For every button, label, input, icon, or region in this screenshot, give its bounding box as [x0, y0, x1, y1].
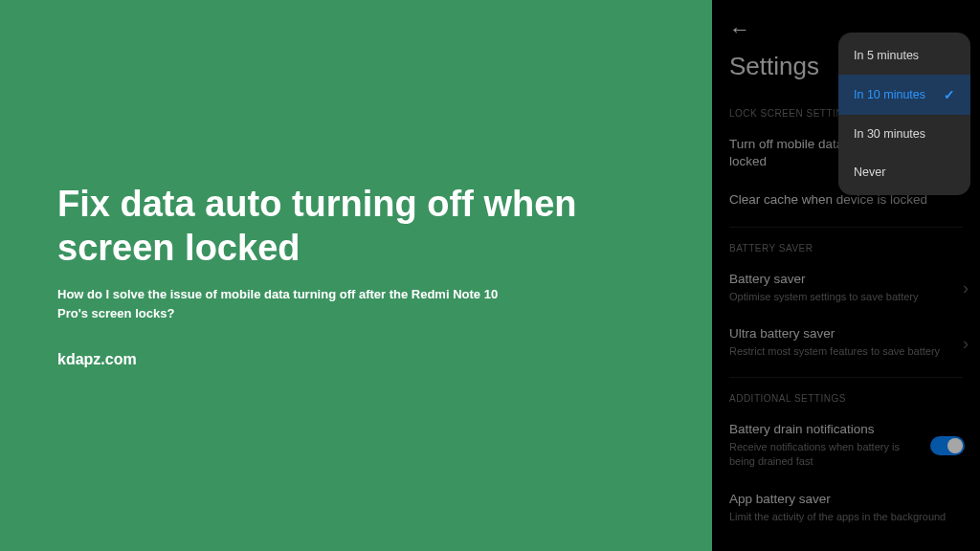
row-battery-saver[interactable]: Battery saver Optimise system settings t…: [712, 261, 980, 317]
article-panel: Fix data auto turning off when screen lo…: [0, 0, 712, 551]
divider: [729, 227, 963, 228]
row-subtitle: Restrict most system features to save ba…: [729, 344, 963, 359]
chevron-right-icon: ›: [963, 278, 969, 298]
popup-option-never[interactable]: Never: [838, 153, 970, 191]
phone-screenshot: ← Settings LOCK SCREEN SETTINGS Turn off…: [712, 0, 980, 551]
popup-option-label: In 30 minutes: [854, 127, 925, 141]
check-icon: ✓: [944, 87, 955, 102]
row-subtitle: Limit the activity of the apps in the ba…: [729, 510, 963, 524]
row-ultra-battery-saver[interactable]: Ultra battery saver Restrict most system…: [712, 316, 980, 371]
row-battery-drain-notifications[interactable]: Battery drain notifications Receive noti…: [712, 411, 980, 481]
article-subhead: How do I solve the issue of mobile data …: [57, 285, 507, 322]
row-app-battery-saver[interactable]: App battery saver Limit the activity of …: [712, 481, 980, 537]
section-battery-saver-label: BATTERY SAVER: [712, 233, 980, 261]
popup-option-label: In 10 minutes: [854, 88, 925, 101]
popup-option-5min[interactable]: In 5 minutes: [838, 36, 970, 75]
row-title: App battery saver: [729, 491, 963, 508]
dropdown-popup: In 5 minutes In 10 minutes ✓ In 30 minut…: [838, 33, 970, 195]
popup-option-10min[interactable]: In 10 minutes ✓: [838, 75, 970, 115]
row-title: Ultra battery saver: [729, 325, 963, 342]
article-headline: Fix data auto turning off when screen lo…: [57, 183, 664, 270]
row-subtitle: Receive notifications when battery is be…: [729, 440, 963, 470]
popup-option-30min[interactable]: In 30 minutes: [838, 115, 970, 153]
row-title: Battery saver: [729, 271, 963, 288]
chevron-right-icon: ›: [963, 334, 969, 354]
divider: [729, 377, 963, 378]
site-name: kdapz.com: [57, 351, 664, 368]
section-additional-label: ADDITIONAL SETTINGS: [712, 384, 980, 411]
row-subtitle: Optimise system settings to save battery: [729, 290, 963, 304]
toggle-knob: [947, 438, 963, 453]
popup-option-label: In 5 minutes: [854, 49, 919, 62]
popup-option-label: Never: [854, 165, 885, 179]
row-title: Battery drain notifications: [729, 421, 963, 438]
toggle-switch[interactable]: [930, 436, 965, 455]
